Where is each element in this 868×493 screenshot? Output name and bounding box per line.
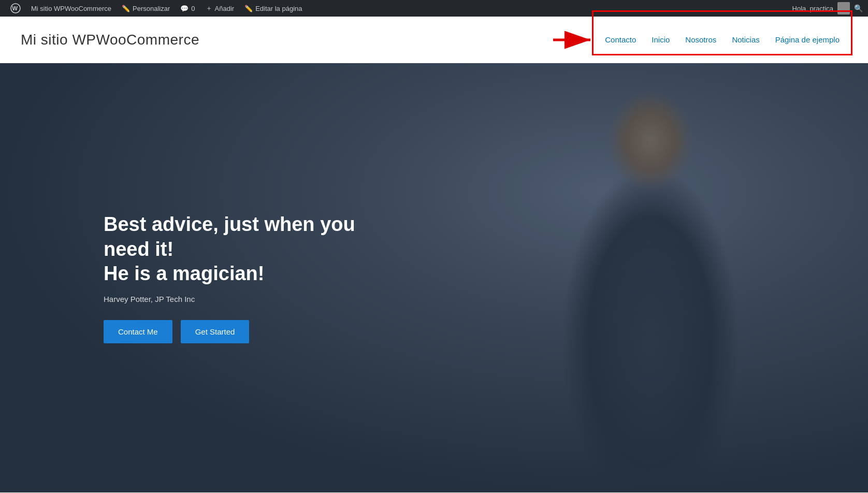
customize-item[interactable]: ✏️ Personalizar xyxy=(117,0,175,17)
hero-buttons: Contact Me Get Started xyxy=(104,320,363,343)
edit-page-label: Editar la página xyxy=(255,5,302,12)
contact-me-button[interactable]: Contact Me xyxy=(104,320,172,343)
svg-text:W: W xyxy=(12,5,18,11)
admin-bar: W Mi sitio WPWooCommerce ✏️ Personalizar… xyxy=(0,0,868,17)
get-started-button[interactable]: Get Started xyxy=(181,320,250,343)
hero-headline: Best advice, just when you need it! He i… xyxy=(104,212,363,286)
comment-icon: 💬 xyxy=(180,5,189,12)
nav-pagina-ejemplo[interactable]: Página de ejemplo xyxy=(775,35,840,44)
wp-logo-item[interactable]: W xyxy=(5,0,26,17)
edit-icon: ✏️ xyxy=(244,5,253,12)
nav-contacto[interactable]: Contacto xyxy=(605,35,636,44)
hero-headline-line1: Best advice, just when you need it! xyxy=(104,213,355,260)
add-item[interactable]: ＋ Añadir xyxy=(200,0,240,17)
nav-wrapper: Contacto Inicio Nosotros Noticias Página… xyxy=(597,30,847,49)
hero-section: Best advice, just when you need it! He i… xyxy=(0,63,868,492)
nav-inicio[interactable]: Inicio xyxy=(652,35,670,44)
comments-item[interactable]: 💬 0 xyxy=(175,0,200,17)
site-header: Mi sitio WPWooCommerce Contacto Inicio N… xyxy=(0,17,868,63)
hero-headline-line2: He is a magician! xyxy=(104,263,264,284)
customize-label: Personalizar xyxy=(133,5,170,12)
comment-count: 0 xyxy=(191,5,195,12)
nav-noticias[interactable]: Noticias xyxy=(732,35,759,44)
nav-nosotros[interactable]: Nosotros xyxy=(685,35,716,44)
search-icon[interactable]: 🔍 xyxy=(854,4,863,12)
hero-content: Best advice, just when you need it! He i… xyxy=(0,212,363,343)
red-arrow-icon xyxy=(553,30,600,50)
main-nav: Contacto Inicio Nosotros Noticias Página… xyxy=(597,30,847,49)
plus-icon: ＋ xyxy=(206,4,212,13)
site-name-item[interactable]: Mi sitio WPWooCommerce xyxy=(26,0,117,17)
site-title: Mi sitio WPWooCommerce xyxy=(21,32,199,48)
hero-subtext: Harvey Potter, JP Tech Inc xyxy=(104,295,363,303)
greeting-text: Hola, practica xyxy=(792,5,833,12)
pencil-icon: ✏️ xyxy=(122,5,130,12)
admin-site-name: Mi sitio WPWooCommerce xyxy=(31,5,111,12)
add-label: Añadir xyxy=(215,5,235,12)
edit-page-item[interactable]: ✏️ Editar la página xyxy=(239,0,307,17)
user-avatar xyxy=(837,2,850,15)
wordpress-icon: W xyxy=(10,3,21,13)
